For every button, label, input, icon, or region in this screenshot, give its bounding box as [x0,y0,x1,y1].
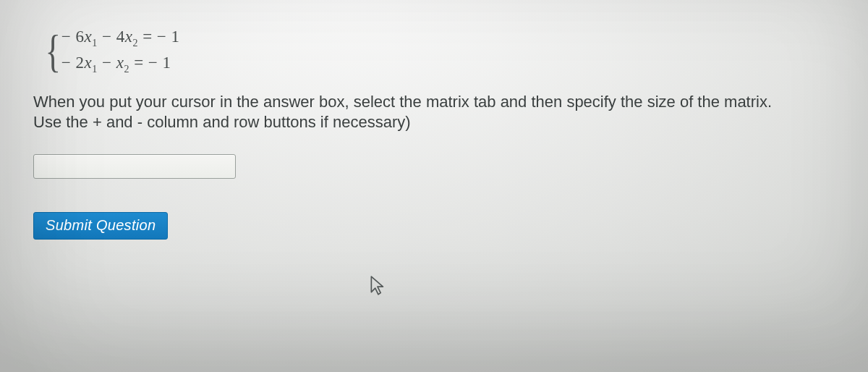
equation-line-1: − 6x1 − 4x2 = − 1 [61,28,180,49]
cursor-icon [369,275,388,300]
instructions-line-2: Use the + and - column and row buttons i… [33,113,411,131]
left-brace-icon: { [46,28,61,75]
submit-question-button[interactable]: Submit Question [33,212,168,240]
equation-line-2: − 2x1 − x2 = − 1 [61,54,180,75]
answer-input[interactable] [33,154,236,179]
equation-system: { − 6x1 − 4x2 = − 1 − 2x1 − x2 = − 1 [42,28,839,75]
instructions-line-1: When you put your cursor in the answer b… [33,93,772,111]
instructions-text: When you put your cursor in the answer b… [33,92,829,132]
